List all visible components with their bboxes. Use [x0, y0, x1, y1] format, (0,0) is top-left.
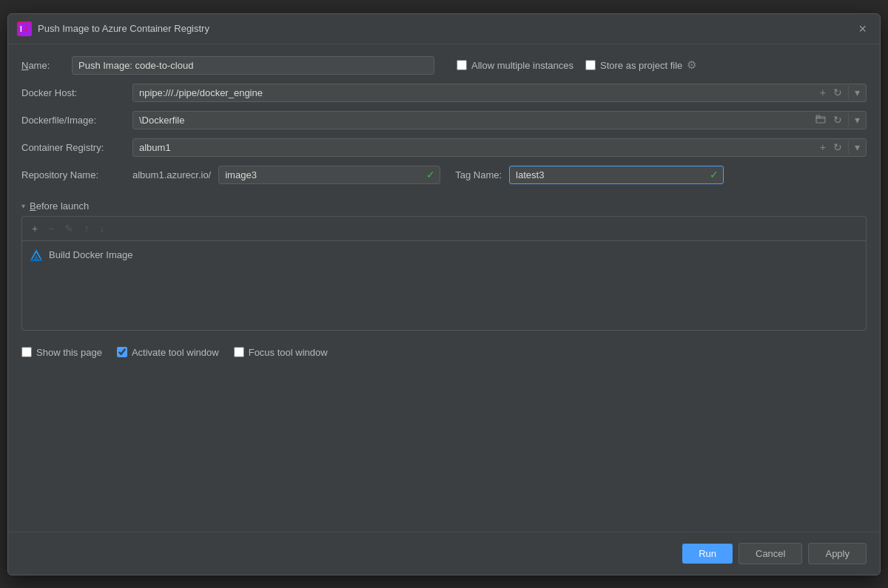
bottom-checkboxes: Show this page Activate tool window Focu…: [21, 339, 867, 361]
dockerfile-input[interactable]: [133, 112, 810, 129]
title-bar-left: I J Push Image to Azure Container Regist…: [17, 21, 209, 36]
dialog-title: Push Image to Azure Container Registry: [38, 23, 209, 34]
store-as-project-checkbox[interactable]: [585, 60, 596, 70]
show-page-label: Show this page: [36, 347, 102, 358]
container-registry-label: Container Registry:: [21, 142, 125, 153]
name-right-options: Allow multiple instances Store as projec…: [457, 58, 696, 72]
activate-tool-item: Activate tool window: [117, 347, 219, 358]
run-button[interactable]: Run: [682, 544, 733, 564]
tag-label: Tag Name:: [455, 169, 502, 180]
tag-input[interactable]: [510, 166, 705, 183]
name-row: Name: Allow multiple instances Store as …: [21, 56, 867, 75]
container-registry-input-wrap: + ↻ ▾: [132, 138, 867, 157]
close-button[interactable]: ×: [855, 22, 870, 36]
separator: [848, 141, 849, 154]
svg-text:I: I: [20, 25, 22, 33]
before-launch-section: ▾ Before launch + − ✎ ↑ ↓: [21, 196, 867, 331]
before-launch-panel: + − ✎ ↑ ↓ Bu: [21, 216, 867, 331]
container-registry-refresh-button[interactable]: ↻: [830, 140, 845, 155]
docker-host-actions: + ↻ ▾: [814, 85, 866, 100]
svg-text:J: J: [24, 25, 28, 33]
before-launch-toolbar: + − ✎ ↑ ↓: [22, 217, 866, 241]
dockerfile-actions: ↻ ▾: [810, 112, 866, 128]
dockerfile-folder-button[interactable]: [813, 112, 829, 128]
launch-item[interactable]: Build Docker Image: [22, 244, 866, 266]
before-launch-add-button[interactable]: +: [28, 221, 41, 236]
dockerfile-refresh-button[interactable]: ↻: [830, 112, 845, 127]
container-registry-actions: + ↻ ▾: [814, 140, 866, 155]
launch-item-label: Build Docker Image: [49, 249, 132, 260]
azure-icon: [30, 249, 43, 262]
dockerfile-dropdown-button[interactable]: ▾: [852, 112, 863, 127]
repository-input[interactable]: [219, 166, 422, 183]
docker-host-add-button[interactable]: +: [817, 85, 829, 100]
gear-icon[interactable]: ⚙: [687, 58, 696, 72]
title-bar: I J Push Image to Azure Container Regist…: [8, 14, 880, 44]
before-launch-chevron: ▾: [21, 202, 25, 210]
repository-row: Repository Name: album1.azurecr.io/ ✓ Ta…: [21, 166, 867, 184]
repository-prefix: album1.azurecr.io/: [132, 169, 211, 180]
allow-multiple-checkbox[interactable]: [457, 60, 467, 70]
before-launch-header[interactable]: ▾ Before launch: [21, 196, 867, 216]
separator: [848, 113, 849, 126]
separator: [848, 86, 849, 99]
activate-tool-checkbox[interactable]: [117, 347, 127, 357]
before-launch-remove-button[interactable]: −: [44, 221, 58, 236]
before-launch-label: Before launch: [30, 200, 89, 212]
docker-host-dropdown-button[interactable]: ▾: [852, 85, 863, 100]
focus-tool-checkbox[interactable]: [234, 347, 244, 357]
docker-host-input[interactable]: [133, 84, 814, 101]
before-launch-list: Build Docker Image: [22, 241, 866, 330]
before-launch-edit-button[interactable]: ✎: [61, 221, 77, 236]
name-label: Name:: [21, 60, 64, 71]
repository-label: Repository Name:: [21, 169, 125, 180]
dockerfile-label: Dockerfile/Image:: [21, 115, 125, 126]
docker-host-row: Docker Host: + ↻ ▾: [21, 84, 867, 102]
repository-valid-icon: ✓: [422, 169, 440, 180]
before-launch-down-button[interactable]: ↓: [95, 221, 108, 236]
dialog-content: Name: Allow multiple instances Store as …: [8, 44, 880, 532]
show-page-checkbox[interactable]: [21, 347, 32, 357]
tag-group: Tag Name: ✓: [455, 166, 724, 184]
focus-tool-label: Focus tool window: [249, 347, 328, 358]
dockerfile-input-wrap: ↻ ▾: [132, 111, 867, 129]
repository-input-wrap: ✓: [218, 166, 440, 184]
store-as-project-checkbox-group: Store as project file ⚙: [585, 58, 696, 72]
dialog-footer: Run Cancel Apply: [8, 532, 880, 575]
container-registry-row: Container Registry: + ↻ ▾: [21, 138, 867, 157]
cancel-button[interactable]: Cancel: [739, 543, 802, 564]
allow-multiple-label: Allow multiple instances: [471, 60, 574, 71]
before-launch-up-button[interactable]: ↑: [80, 221, 92, 236]
tag-valid-icon: ✓: [705, 169, 723, 180]
dockerfile-row: Dockerfile/Image: ↻ ▾: [21, 111, 867, 129]
apply-button[interactable]: Apply: [808, 543, 867, 564]
tag-input-wrap: ✓: [509, 166, 724, 184]
store-as-project-label: Store as project file: [600, 60, 682, 71]
activate-tool-label: Activate tool window: [132, 347, 219, 358]
focus-tool-item: Focus tool window: [234, 347, 328, 358]
name-input[interactable]: [72, 56, 434, 75]
docker-host-refresh-button[interactable]: ↻: [830, 85, 845, 100]
container-registry-input[interactable]: [133, 139, 814, 156]
docker-host-input-wrap: + ↻ ▾: [132, 84, 867, 102]
allow-multiple-checkbox-group: Allow multiple instances: [457, 60, 574, 71]
app-icon: I J: [17, 21, 32, 36]
show-page-item: Show this page: [21, 347, 102, 358]
dialog: I J Push Image to Azure Container Regist…: [7, 13, 881, 575]
docker-host-label: Docker Host:: [21, 87, 125, 98]
container-registry-add-button[interactable]: +: [817, 140, 829, 155]
container-registry-dropdown-button[interactable]: ▾: [852, 140, 863, 155]
